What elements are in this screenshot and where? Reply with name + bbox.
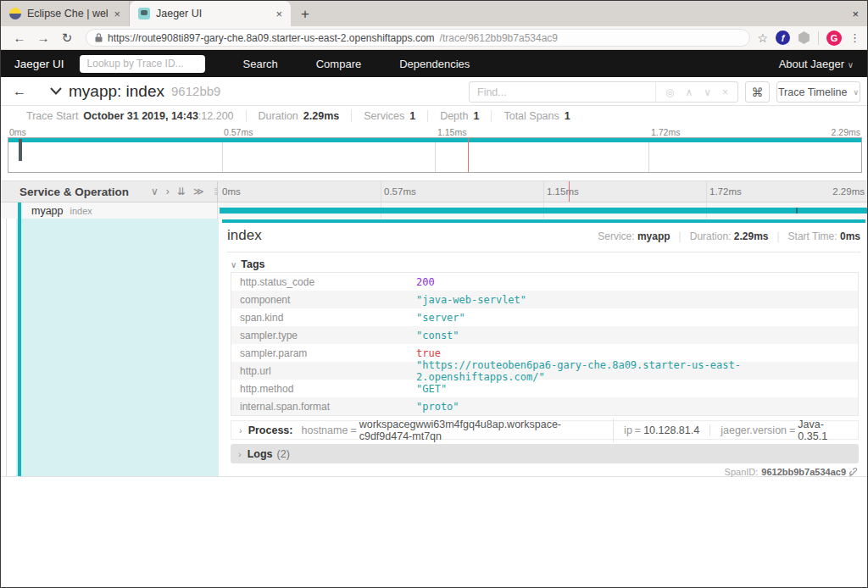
prev-match-icon[interactable]: ∧ [685, 86, 693, 98]
trace-services: Services 1 [364, 110, 428, 122]
minimap-canvas[interactable] [8, 137, 862, 173]
services-label: Services [364, 110, 404, 122]
trace-id-lookup-input[interactable] [80, 55, 205, 73]
tick-2: 1.15ms [437, 127, 466, 137]
start-time-label: Start Time: [788, 230, 837, 242]
detail-span-bar [222, 219, 865, 223]
tab-close-icon[interactable]: × [275, 8, 282, 20]
tab-close-icon[interactable]: × [114, 8, 120, 20]
extension-hexagon-icon[interactable] [798, 31, 810, 44]
span-id-label: SpanID: [725, 467, 759, 477]
tag-value: "const" [416, 330, 459, 341]
ruler-gridline [543, 181, 544, 202]
nav-link-search[interactable]: Search [243, 58, 278, 70]
minimap-drag-handle[interactable] [19, 139, 22, 161]
tag-row: internal.span.format "proto" [231, 397, 858, 415]
nav-link-dependencies[interactable]: Dependencies [399, 58, 470, 70]
profile-avatar[interactable]: G [826, 31, 842, 46]
tick-2: 1.15ms [547, 186, 579, 197]
logs-section-toggle[interactable]: › Logs (2) [231, 444, 859, 463]
detail-left-panel [16, 219, 219, 476]
total-spans-label: Total Spans [504, 110, 559, 122]
new-tab-button[interactable]: + [301, 6, 309, 26]
process-key: hostname [301, 424, 348, 436]
detail-operation-title: index [227, 227, 262, 244]
window-close-icon[interactable]: × [852, 8, 859, 20]
keyboard-shortcuts-button[interactable]: ⌘ [745, 81, 770, 103]
tag-key: sampler.param [231, 347, 416, 359]
url-text: https://route908ti897-gary-che.8a09.star… [108, 32, 435, 44]
chevron-right-icon: › [238, 449, 242, 459]
tag-key: http.url [231, 365, 416, 377]
back-arrow-button[interactable]: ← [13, 84, 35, 99]
minimap-cursor-line [468, 138, 469, 172]
clear-find-icon[interactable]: × [722, 86, 728, 98]
span-duration-bar[interactable] [220, 208, 867, 214]
expand-one-icon[interactable]: › [166, 186, 170, 197]
tick-3: 1.72ms [651, 127, 680, 137]
about-jaeger-menu[interactable]: About Jaeger ∨ [779, 58, 854, 70]
tag-row: http.status_code 200 [231, 273, 858, 291]
trace-meta-bar: Trace Start October 31 2019, 14:43 :12.2… [1, 106, 868, 126]
browser-toolbar: ← → ↻ https://route908ti897-gary-che.8a0… [1, 26, 868, 50]
ruler-gridline [706, 181, 707, 202]
extension-icon[interactable]: f [776, 31, 790, 45]
nav-link-compare[interactable]: Compare [316, 58, 361, 70]
detail-header: index Service: myapp | Duration: 2.29ms … [227, 227, 860, 252]
tick-0: 0ms [222, 186, 241, 197]
service-color-bar [18, 219, 21, 476]
timeline-collapse-controls: ∨ › ⇊ ≫ [151, 186, 203, 197]
eclipse-che-favicon [9, 8, 21, 19]
minimap-tick-labels: 0ms 0.57ms 1.15ms 1.72ms 2.29ms [8, 127, 862, 136]
span-id-line: SpanID: 9612bb9b7a534ac9 [725, 467, 859, 477]
process-key: jaeger.version [721, 424, 787, 436]
toolbar-extensions: ☆ f G ⋮ [757, 31, 860, 46]
logs-label: Logs [248, 448, 273, 460]
tags-section-toggle[interactable]: ∨Tags [231, 258, 265, 270]
chevron-down-icon: ∨ [848, 60, 854, 69]
back-icon[interactable]: ← [8, 31, 31, 45]
span-track[interactable] [218, 202, 868, 219]
tag-key: span.kind [231, 312, 416, 324]
next-match-icon[interactable]: ∨ [704, 86, 711, 98]
tag-value: 200 [416, 276, 435, 288]
jaeger-brand[interactable]: Jaeger UI [14, 58, 64, 70]
equals-sign: = [350, 424, 356, 436]
trace-view-label: Trace Timeline [778, 86, 848, 98]
find-group: ◎ ∧ ∨ × [469, 81, 738, 103]
deep-link-icon[interactable] [849, 468, 859, 477]
duration-value: 2.29ms [734, 230, 769, 242]
equals-sign: = [789, 424, 795, 436]
reload-icon[interactable]: ↻ [55, 31, 79, 46]
collapse-all-icon[interactable]: ⇊ [177, 186, 186, 197]
equals-sign: = [635, 424, 641, 436]
collapse-one-icon[interactable]: ∨ [151, 186, 159, 197]
duration-label: Duration: [690, 230, 732, 242]
logs-count: (2) [277, 448, 290, 460]
tag-value: "java-web-servlet" [416, 294, 526, 306]
tick-3: 1.72ms [709, 186, 742, 197]
span-detail-row: index Service: myapp | Duration: 2.29ms … [1, 219, 868, 477]
tag-key: sampler.type [231, 330, 416, 341]
forward-icon[interactable]: → [31, 31, 55, 45]
collapse-trace-chevron-icon[interactable] [50, 87, 62, 95]
tab-jaeger-ui[interactable]: Jaeger UI × [130, 1, 291, 26]
address-bar[interactable]: https://route908ti897-gary-che.8a09.star… [86, 29, 750, 47]
tags-table: http.status_code 200 component "java-web… [231, 272, 859, 416]
find-input[interactable] [470, 82, 656, 102]
span-name-column[interactable]: myapp index [1, 202, 218, 219]
service-label: Service: [598, 230, 634, 242]
span-row[interactable]: myapp index [1, 202, 868, 219]
column-resizer-handle[interactable]: ⁞⁞ [214, 187, 217, 197]
span-id-value: 9612bb9b7a534ac9 [761, 467, 846, 477]
trace-total-spans: Total Spans 1 [504, 110, 581, 122]
match-focus-icon[interactable]: ◎ [665, 86, 674, 98]
tab-eclipse-che[interactable]: Eclipse Che | web-java-sp × [1, 1, 130, 26]
bookmark-star-icon[interactable]: ☆ [757, 31, 768, 45]
trace-view-select[interactable]: Trace Timeline ∨ [776, 81, 860, 103]
detail-service: Service: myapp [598, 230, 670, 242]
about-jaeger-label: About Jaeger [779, 58, 844, 70]
expand-all-icon[interactable]: ≫ [193, 186, 204, 197]
process-section-toggle[interactable]: › Process: hostname = workspacegwwi63m4f… [231, 420, 859, 440]
browser-menu-icon[interactable]: ⋮ [849, 31, 860, 44]
